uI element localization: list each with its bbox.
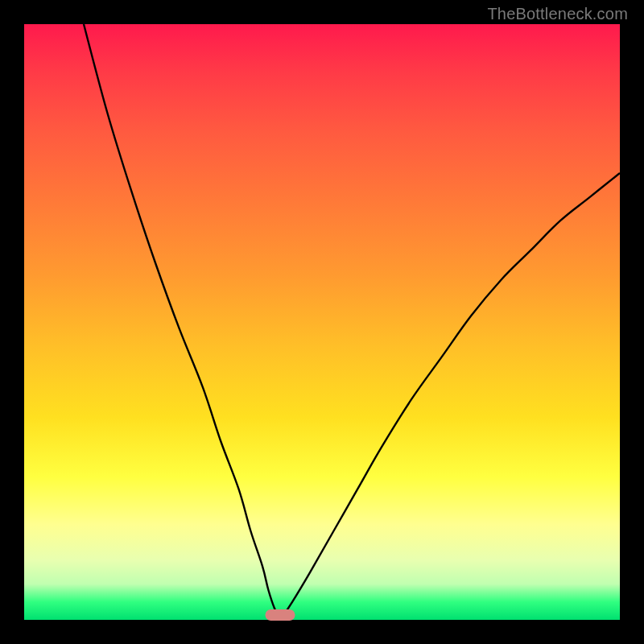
chart-frame: TheBottleneck.com (0, 0, 644, 644)
curve-left (84, 24, 280, 620)
bottleneck-marker (266, 609, 295, 621)
curve-right (280, 173, 620, 620)
watermark-text: TheBottleneck.com (487, 5, 628, 23)
plot-area (24, 24, 620, 620)
curve-layer (24, 24, 620, 620)
